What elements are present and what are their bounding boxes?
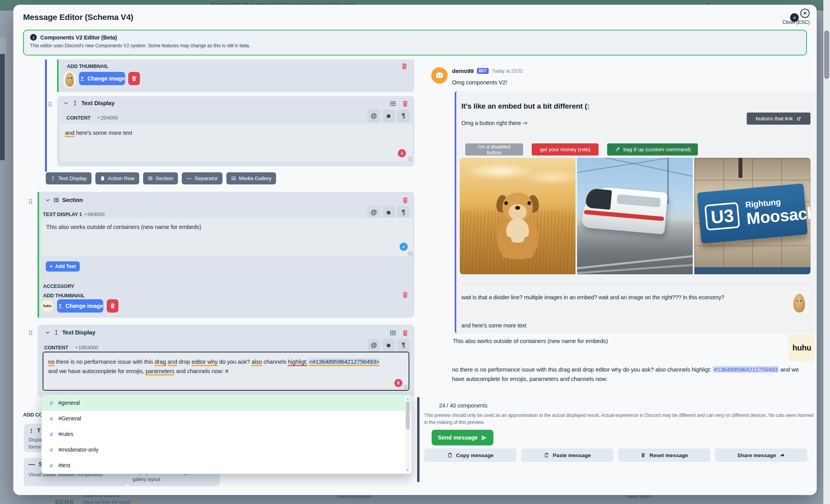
trash-icon[interactable] (402, 197, 409, 204)
container-more-text: and here's some more text (461, 322, 526, 329)
custom-command-button[interactable]: bag tf up (custom command) (607, 143, 698, 155)
reset-message-button[interactable]: Reset message (618, 449, 710, 462)
resize-handle[interactable] (403, 385, 408, 389)
resize-handle[interactable] (408, 157, 412, 161)
button-label: Action Row (108, 175, 134, 181)
change-image-button[interactable]: Change image (79, 72, 125, 85)
card-title-fragment: T (37, 427, 40, 434)
editor-scrollbar-thumb[interactable] (417, 397, 419, 482)
trash-icon[interactable] (401, 63, 408, 70)
change-image-label: Change image (88, 75, 125, 82)
channel-label: #rules (58, 431, 73, 437)
thumbnail-image: huhu (41, 300, 53, 312)
table-icon[interactable] (389, 100, 396, 107)
chevron-down-icon[interactable] (45, 330, 50, 336)
close-circle-icon[interactable]: ✕ (800, 9, 810, 18)
content-textarea[interactable]: and here's some more text 1 (60, 123, 413, 162)
add-separator-button[interactable]: — Separator (182, 172, 222, 184)
button-label: bag tf up (custom command) (624, 147, 691, 152)
panel-accent-bar (38, 192, 39, 318)
gallery-image-u3-sign[interactable]: U3 Rightung Moosach→ (694, 158, 810, 274)
autocomplete-item-test[interactable]: # #test (42, 458, 411, 473)
autocomplete-item-moderator-only[interactable]: # #moderator-only (42, 442, 411, 458)
resize-handle[interactable] (408, 251, 412, 256)
section-textarea[interactable]: This also works outside of containers (n… (41, 218, 413, 256)
token: do you ask? (218, 358, 252, 365)
change-image-button[interactable]: Change image (57, 299, 103, 313)
components-count: 24 / 40 components (439, 402, 488, 409)
button-label: Reset message (649, 452, 688, 458)
hash-icon: # (50, 447, 53, 453)
drag-handle-icon[interactable]: ⠿ (28, 199, 33, 206)
window-scrollbar-thumb[interactable] (824, 30, 829, 79)
emoji-icon[interactable]: ☻ (382, 109, 395, 123)
card-desc-fragment: forma (29, 443, 41, 450)
chevron-down-icon[interactable] (63, 101, 69, 106)
remove-image-button[interactable] (107, 299, 118, 313)
pilcrow-icon[interactable]: ¶ (397, 206, 410, 219)
add-text-button[interactable]: + Add Text (46, 261, 80, 272)
emoji-icon[interactable]: ☻ (382, 206, 395, 219)
scroll-down-icon[interactable]: ▼ (405, 468, 410, 472)
role-button[interactable]: get your money (role) (532, 143, 599, 155)
autocomplete-item-general-cap[interactable]: # #General (42, 411, 411, 426)
token: and (168, 358, 177, 366)
send-message-button[interactable]: Send message (432, 430, 493, 445)
trash-icon[interactable] (402, 291, 409, 298)
hash-icon: # (50, 431, 53, 438)
emoji-icon[interactable]: ☻ (382, 339, 395, 352)
trash-icon (131, 75, 137, 82)
add-text-display-button[interactable]: Text Display (46, 172, 91, 184)
copy-message-button[interactable]: Copy message (424, 449, 516, 462)
channel-mention-token: <#1364895964212756493> (309, 358, 379, 366)
add-media-gallery-button[interactable]: Media Gallery (226, 172, 276, 184)
modal-title: Message Editor (Schema V4) (23, 13, 133, 22)
grid-icon (148, 176, 153, 181)
table-icon[interactable] (389, 329, 396, 336)
panel-title: Text Display (62, 329, 95, 336)
add-action-row-button[interactable]: Action Row (95, 172, 139, 184)
mention-icon[interactable]: @ (367, 109, 380, 123)
image-icon (231, 176, 236, 181)
add-section-button[interactable]: Section (143, 172, 178, 184)
channel-mention[interactable]: #1364895964212756493 (713, 366, 779, 373)
drag-handle-icon[interactable]: ⠿ (28, 330, 33, 337)
window-scrollbar[interactable] (823, 0, 830, 504)
gallery-image-dog[interactable] (460, 158, 575, 274)
autocomplete-item-general[interactable]: # #general (42, 395, 411, 411)
separator-divider (461, 284, 810, 285)
token: drag (154, 358, 166, 366)
chevron-down-icon[interactable] (45, 198, 50, 203)
pilcrow-icon[interactable]: ¶ (397, 109, 410, 123)
trash-icon[interactable] (402, 100, 409, 107)
hash-icon: # (50, 462, 53, 469)
marked-word: and (65, 129, 74, 137)
remove-image-button[interactable] (128, 72, 140, 85)
gallery-image-train[interactable] (577, 158, 693, 274)
dropdown-scrollbar[interactable]: ▲ ▼ (405, 396, 410, 473)
scrollbar-thumb[interactable] (406, 401, 410, 429)
plus-icon: + (50, 264, 52, 269)
button-label: I'm a disabled button (471, 144, 518, 155)
potato-thumbnail[interactable] (789, 291, 809, 315)
link-button[interactable]: buttons that link (747, 113, 810, 125)
share-message-button[interactable]: Share message (715, 449, 807, 462)
paste-message-button[interactable]: Paste message (521, 449, 613, 462)
autocomplete-item-rules[interactable]: # #rules (42, 426, 411, 442)
pilcrow-icon[interactable]: ¶ (397, 339, 410, 352)
huhu-thumbnail[interactable]: huhu (789, 334, 815, 361)
button-label: Separator (195, 175, 218, 181)
scroll-up-icon[interactable]: ▲ (405, 397, 410, 400)
trash-icon[interactable] (402, 329, 409, 337)
mention-icon[interactable]: @ (367, 339, 380, 352)
beta-banner-close-button[interactable]: ✕ (790, 13, 799, 22)
paper-plane-icon (481, 435, 487, 441)
username[interactable]: demo99 (452, 68, 474, 74)
focused-content-textarea[interactable]: no there is no performance issue with th… (43, 352, 409, 391)
drag-handle-icon[interactable]: ⠿ (48, 102, 52, 108)
mention-icon[interactable]: @ (367, 206, 380, 219)
minus-icon: — (186, 175, 192, 181)
button-label: Section (156, 175, 173, 181)
bot-badge: BOT (477, 68, 489, 74)
preview-container: It's like an embed but a bit different (… (455, 91, 816, 333)
